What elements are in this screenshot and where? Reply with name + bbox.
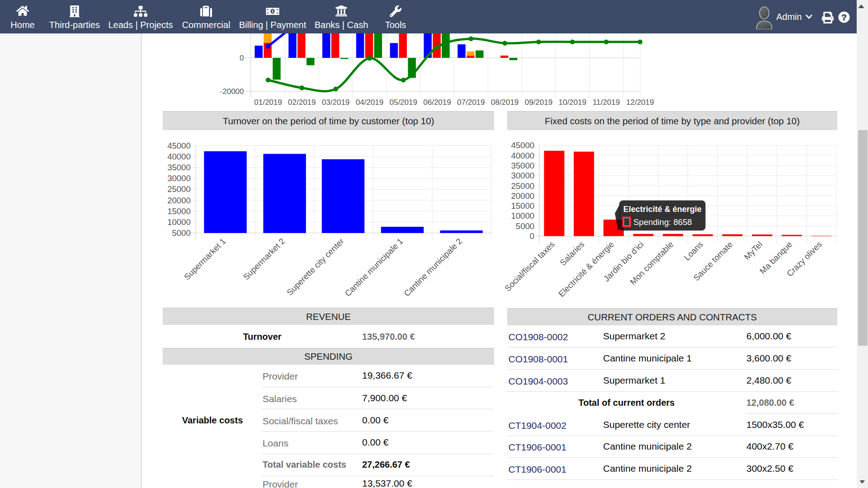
svg-text:08/2019: 08/2019 bbox=[491, 98, 519, 107]
svg-text:MyTel: MyTel bbox=[742, 239, 764, 262]
svg-text:04/2019: 04/2019 bbox=[356, 98, 383, 107]
svg-text:5000: 5000 bbox=[172, 228, 191, 238]
svg-text:35000: 35000 bbox=[167, 163, 190, 172]
svg-text:30000: 30000 bbox=[511, 171, 534, 180]
svg-text:05/2019: 05/2019 bbox=[389, 98, 417, 107]
svg-text:Supermarket 2: Supermarket 2 bbox=[241, 236, 287, 282]
svg-text:01/2019: 01/2019 bbox=[254, 98, 282, 107]
svg-text:10000: 10000 bbox=[167, 217, 190, 227]
svg-text:-20000: -20000 bbox=[220, 87, 244, 96]
svg-text:Social/fiscal taxes: Social/fiscal taxes bbox=[504, 239, 557, 293]
svg-text:40000: 40000 bbox=[167, 152, 190, 161]
svg-text:02/2019: 02/2019 bbox=[288, 98, 316, 107]
svg-text:Spending: 8658: Spending: 8658 bbox=[633, 217, 692, 227]
svg-text:25000: 25000 bbox=[167, 184, 190, 194]
svg-text:Loans: Loans bbox=[682, 239, 705, 262]
svg-text:20000: 20000 bbox=[511, 191, 534, 201]
svg-text:35000: 35000 bbox=[511, 161, 534, 170]
svg-text:Cantine municipale 2: Cantine municipale 2 bbox=[402, 236, 464, 298]
svg-text:Supermarket 1: Supermarket 1 bbox=[182, 236, 228, 282]
svg-text:07/2019: 07/2019 bbox=[457, 98, 485, 107]
svg-text:?: ? bbox=[841, 13, 847, 22]
svg-text:0: 0 bbox=[530, 231, 534, 241]
svg-text:10000: 10000 bbox=[511, 211, 534, 221]
svg-text:15000: 15000 bbox=[511, 201, 534, 211]
svg-text:25000: 25000 bbox=[511, 181, 534, 191]
svg-text:Electricité & énergie: Electricité & énergie bbox=[623, 205, 702, 214]
svg-text:12/2019: 12/2019 bbox=[626, 98, 654, 107]
svg-text:0: 0 bbox=[240, 54, 244, 62]
svg-text:45000: 45000 bbox=[167, 141, 190, 150]
svg-text:10/2019: 10/2019 bbox=[558, 98, 586, 107]
svg-text:Salaries: Salaries bbox=[558, 239, 586, 267]
svg-text:30000: 30000 bbox=[167, 174, 190, 183]
svg-text:03/2019: 03/2019 bbox=[322, 98, 349, 107]
svg-text:Electricité & énergie: Electricité & énergie bbox=[557, 239, 616, 299]
svg-text:06/2019: 06/2019 bbox=[423, 98, 451, 107]
svg-text:15000: 15000 bbox=[167, 206, 190, 216]
svg-text:Superette city center: Superette city center bbox=[285, 236, 346, 297]
svg-text:45000: 45000 bbox=[511, 141, 534, 150]
svg-text:09/2019: 09/2019 bbox=[525, 98, 552, 107]
svg-text:Cantine municipale 1: Cantine municipale 1 bbox=[343, 236, 405, 298]
svg-text:1: 1 bbox=[272, 9, 274, 14]
svg-text:5000: 5000 bbox=[516, 221, 534, 231]
svg-text:40000: 40000 bbox=[511, 151, 534, 160]
svg-text:11/2019: 11/2019 bbox=[593, 98, 620, 107]
svg-text:20000: 20000 bbox=[167, 196, 190, 205]
